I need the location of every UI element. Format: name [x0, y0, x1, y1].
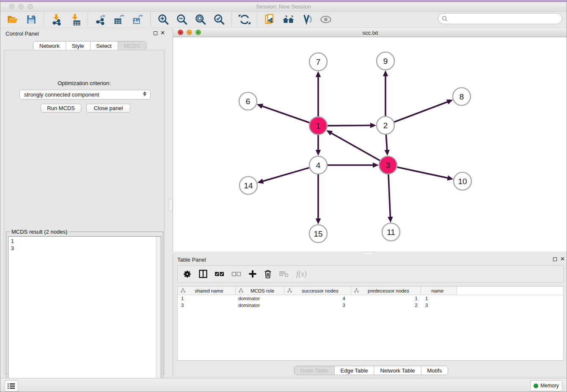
column-header-successor-nodes[interactable]: successor nodes [284, 287, 351, 295]
tab-network-table[interactable]: Network Table [374, 366, 421, 375]
cell-predecessor-nodes[interactable]: 1 [351, 296, 421, 301]
export-network-icon[interactable] [94, 13, 107, 26]
column-type-icon [239, 288, 243, 293]
dropdown-stepper-icon [143, 91, 146, 96]
export-table-icon[interactable] [113, 13, 126, 26]
clone-network-icon[interactable] [264, 13, 276, 26]
vizmapper-icon[interactable] [301, 13, 314, 26]
column-type-icon [181, 288, 185, 293]
graph-edge-3-11[interactable] [388, 174, 391, 218]
delete-icon[interactable] [264, 268, 272, 279]
memory-button[interactable]: Memory [530, 380, 562, 391]
cell-predecessor-nodes[interactable]: 2 [351, 303, 421, 308]
graph-node-label-8: 8 [460, 92, 464, 101]
cell-successor-nodes[interactable]: 3 [284, 303, 351, 308]
close-panel-icon[interactable]: ✕ [560, 256, 565, 262]
select-all-icon[interactable] [215, 268, 224, 279]
column-header-predecessor-nodes[interactable]: predecessor nodes [351, 287, 421, 295]
criterion-dropdown[interactable]: strongly connected component [19, 90, 151, 99]
column-header-shared-name[interactable]: shared name [178, 287, 236, 295]
home-networks-icon[interactable] [282, 13, 295, 26]
zoom-selected-icon[interactable] [213, 13, 226, 26]
cell-name[interactable]: 3 [421, 303, 457, 308]
cell-shared-name[interactable]: 3 [178, 303, 236, 308]
mcds-result-group: MCDS result (2 nodes) 1 3 [6, 232, 163, 392]
search-input[interactable] [438, 13, 562, 24]
export-image-icon[interactable] [132, 13, 144, 26]
refresh-icon[interactable] [238, 13, 251, 26]
tab-edge-table[interactable]: Edge Table [335, 366, 374, 375]
cell-successor-nodes[interactable]: 4 [284, 296, 351, 301]
save-session-icon[interactable] [25, 13, 38, 26]
tab-style[interactable]: Style [66, 41, 91, 50]
graph-node-label-4: 4 [316, 161, 321, 170]
control-panel-title: Control Panel [6, 30, 39, 37]
tab-motifs[interactable]: Motifs [421, 366, 448, 375]
cell-shared-name[interactable]: 1 [178, 296, 236, 301]
graph-node-label-7: 7 [316, 58, 321, 66]
table-row[interactable]: 1dominator411 [178, 295, 563, 302]
table-panel-tabs: Node TableEdge TableNetwork TableMotifs [294, 366, 448, 375]
zoom-fit-icon[interactable] [194, 13, 207, 26]
mcds-tab-content: Optimization criterion: strongly connect… [4, 50, 165, 374]
gear-icon[interactable] [183, 268, 192, 279]
graph-edge-3-10[interactable] [397, 167, 449, 178]
edge-arrowhead [447, 175, 454, 180]
deselect-all-icon[interactable] [231, 268, 241, 279]
graph-node-label-6: 6 [246, 97, 250, 106]
column-header-MCDS-role[interactable]: MCDS role [236, 287, 284, 295]
table-row[interactable]: 3dominator323 [178, 302, 563, 309]
graph-node-label-1: 1 [316, 121, 321, 130]
zoom-in-icon[interactable] [157, 13, 170, 26]
result-scrollbar[interactable] [156, 237, 161, 390]
edge-arrowhead [446, 99, 453, 105]
graph-node-label-3: 3 [386, 161, 391, 170]
column-type-icon [287, 288, 292, 293]
graph-edge-4-14[interactable] [262, 168, 309, 181]
edge-arrowhead [257, 104, 263, 109]
memory-label: Memory [540, 383, 559, 389]
float-panel-icon[interactable] [154, 31, 157, 35]
network-window-titlebar[interactable]: × − + scc.txt [173, 28, 567, 37]
mcds-result-area[interactable]: 1 3 [8, 236, 161, 390]
close-panel-button[interactable]: Close panel [86, 104, 130, 113]
cell-MCDS-role[interactable]: dominator [236, 296, 284, 301]
task-history-button[interactable] [5, 380, 18, 392]
zoom-out-icon[interactable] [176, 13, 188, 26]
column-header-name[interactable]: name [421, 287, 457, 295]
tab-select[interactable]: Select [91, 41, 118, 50]
graph-edge-2-3[interactable] [386, 135, 387, 151]
function-builder-icon: f(x) [296, 268, 307, 279]
show-graphics-icon[interactable] [319, 13, 332, 26]
cell-name[interactable]: 1 [421, 296, 457, 301]
cell-MCDS-role[interactable]: dominator [236, 303, 284, 308]
graph-edge-3-1[interactable] [331, 133, 380, 161]
float-panel-icon[interactable] [553, 257, 557, 261]
network-graph-canvas[interactable]: 7968124314101511 [173, 37, 567, 251]
add-icon[interactable] [248, 268, 257, 279]
tab-node-table[interactable]: Node Table [295, 366, 335, 375]
open-session-icon[interactable] [6, 13, 19, 26]
graph-edge-1-2[interactable] [328, 125, 371, 126]
graph-node-label-9: 9 [383, 57, 388, 66]
graph-edge-2-8[interactable] [394, 102, 449, 122]
import-table-icon[interactable] [69, 13, 82, 26]
mcds-result-title: MCDS result (2 nodes) [10, 229, 69, 235]
control-panel-tabs: NetworkStyleSelectMCDS [33, 41, 146, 50]
run-mcds-button[interactable]: Run MCDS [41, 104, 81, 113]
node-table[interactable]: shared nameMCDS rolesuccessor nodesprede… [177, 286, 564, 361]
graph-edge-1-6[interactable] [261, 106, 309, 123]
tab-mcds[interactable]: MCDS [118, 41, 146, 50]
search-icon [442, 16, 448, 22]
control-panel: Control Panel ✕ NetworkStyleSelectMCDS O… [0, 28, 168, 377]
import-network-icon[interactable] [50, 13, 63, 26]
splitter-handle[interactable] [169, 199, 173, 211]
table-body: 1dominator4113dominator323 [178, 295, 563, 309]
split-columns-icon[interactable] [199, 268, 207, 279]
edge-arrowhead [370, 123, 376, 128]
network-window-title: scc.txt [173, 30, 567, 36]
network-view-window: × − + scc.txt 7968124314101511 [173, 28, 567, 251]
tab-network[interactable]: Network [33, 41, 66, 50]
graph-node-label-15: 15 [314, 229, 322, 238]
close-panel-icon[interactable]: ✕ [160, 30, 165, 36]
